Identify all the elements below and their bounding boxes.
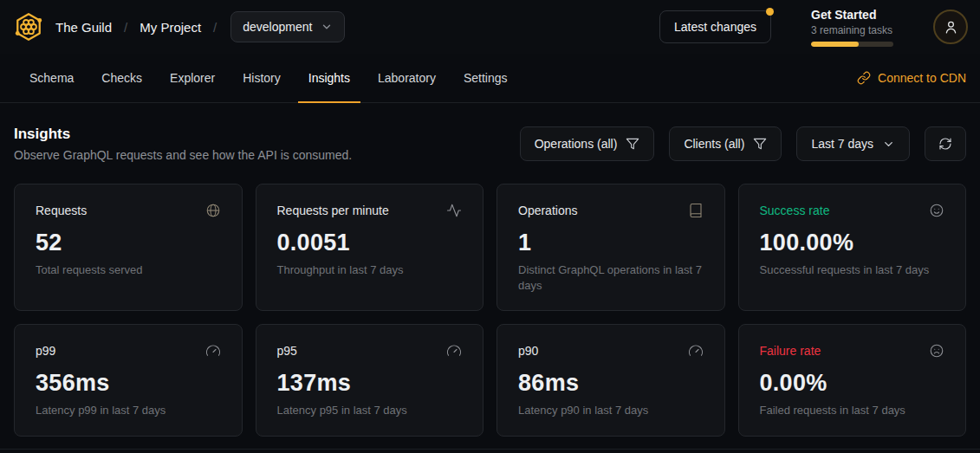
stat-value: 0.00% xyxy=(760,370,945,397)
page-subtitle: Observe GraphQL requests and see how the… xyxy=(14,148,352,162)
activity-icon xyxy=(446,203,462,218)
stat-value: 1 xyxy=(518,230,704,256)
stat-description: Latency p99 in last 7 days xyxy=(36,403,221,418)
stat-title: p95 xyxy=(277,344,297,358)
main-nav: Schema Checks Explorer History Insights … xyxy=(0,54,980,103)
date-range-dropdown[interactable]: Last 7 days xyxy=(796,126,910,161)
stat-card-p99: p99 356ms Latency p99 in last 7 days xyxy=(14,324,243,437)
refresh-icon xyxy=(938,137,952,151)
get-started-progress-bar xyxy=(811,42,893,47)
stat-title: Failure rate xyxy=(760,344,821,358)
hive-logo-icon[interactable] xyxy=(12,10,45,43)
breadcrumb: The Guild / My Project / xyxy=(55,20,217,35)
footer-divider xyxy=(0,449,980,453)
stat-title: p99 xyxy=(36,344,55,358)
stat-title: Operations xyxy=(518,204,577,217)
filter-funnel-icon xyxy=(753,137,767,151)
stat-title: Requests xyxy=(36,204,87,217)
tab-insights[interactable]: Insights xyxy=(298,54,360,103)
user-avatar[interactable] xyxy=(933,10,968,44)
stat-description: Latency p95 in last 7 days xyxy=(277,403,463,418)
stat-description: Successful requests in last 7 days xyxy=(760,262,945,278)
stat-description: Distinct GraphQL operations in last 7 da… xyxy=(518,262,704,293)
stat-card-operations: Operations 1 Distinct GraphQL operations… xyxy=(496,184,725,311)
operations-filter-label: Operations (all) xyxy=(535,137,618,151)
stat-description: Total requests served xyxy=(36,262,221,278)
clients-filter-label: Clients (all) xyxy=(684,137,744,151)
frown-icon xyxy=(929,343,944,359)
stat-value: 356ms xyxy=(36,370,221,397)
stats-grid: Requests 52 Total requests served Reques… xyxy=(14,184,966,437)
nav-tabs: Schema Checks Explorer History Insights … xyxy=(19,54,518,102)
gauge-icon xyxy=(688,343,704,359)
page-title: Insights xyxy=(14,126,352,143)
globe-icon xyxy=(205,203,221,218)
person-icon xyxy=(943,19,959,36)
stat-description: Failed requests in last 7 days xyxy=(760,403,945,418)
tab-schema[interactable]: Schema xyxy=(19,54,84,103)
date-range-value: Last 7 days xyxy=(811,137,873,151)
refresh-button[interactable] xyxy=(925,126,966,161)
insights-page: Insights Observe GraphQL requests and se… xyxy=(0,103,980,437)
stat-value: 100.00% xyxy=(760,230,945,256)
chevron-down-icon xyxy=(882,138,895,151)
stat-card-p95: p95 137ms Latency p95 in last 7 days xyxy=(256,324,484,437)
stat-title: Requests per minute xyxy=(277,204,389,217)
connect-to-cdn-link[interactable]: Connect to CDN xyxy=(857,54,966,102)
chevron-down-icon xyxy=(321,21,333,33)
link-icon xyxy=(857,71,871,85)
stat-value: 52 xyxy=(36,230,221,256)
breadcrumb-separator: / xyxy=(124,20,127,35)
get-started-title: Get Started xyxy=(811,8,893,22)
tab-explorer[interactable]: Explorer xyxy=(159,54,225,103)
stat-card-p90: p90 86ms Latency p90 in last 7 days xyxy=(496,324,725,437)
environment-dropdown-value: development xyxy=(243,20,312,34)
smile-icon xyxy=(929,203,944,218)
stat-card-failure-rate: Failure rate 0.00% Failed requests in la… xyxy=(738,324,967,437)
get-started-remaining-tasks: 3 remaining tasks xyxy=(811,24,893,36)
tab-checks[interactable]: Checks xyxy=(91,54,153,103)
breadcrumb-separator: / xyxy=(213,20,217,35)
stat-description: Latency p90 in last 7 days xyxy=(518,403,704,418)
filter-toolbar: Operations (all) Clients (all) Last 7 da… xyxy=(520,126,966,161)
gauge-icon xyxy=(205,343,221,359)
get-started-widget[interactable]: Get Started 3 remaining tasks xyxy=(811,8,893,47)
stat-value: 0.0051 xyxy=(277,230,463,256)
stat-card-requests: Requests 52 Total requests served xyxy=(14,184,243,311)
stat-title: p90 xyxy=(518,344,538,358)
latest-changes-button[interactable]: Latest changes xyxy=(659,10,771,43)
gauge-icon xyxy=(446,343,462,359)
stat-card-requests-per-minute: Requests per minute 0.0051 Throughput in… xyxy=(256,184,484,311)
environment-dropdown[interactable]: development xyxy=(230,11,345,42)
connect-to-cdn-label: Connect to CDN xyxy=(878,71,966,85)
breadcrumb-org[interactable]: The Guild xyxy=(55,20,112,35)
operations-filter-button[interactable]: Operations (all) xyxy=(520,126,655,161)
breadcrumb-project[interactable]: My Project xyxy=(140,20,201,35)
tab-laboratory[interactable]: Laboratory xyxy=(367,54,446,103)
page-header: Insights Observe GraphQL requests and se… xyxy=(14,126,352,162)
stat-title: Success rate xyxy=(760,204,830,217)
get-started-progress-fill xyxy=(811,42,859,47)
clients-filter-button[interactable]: Clients (all) xyxy=(669,126,782,161)
filter-funnel-icon xyxy=(626,137,639,151)
stat-card-success-rate: Success rate 100.00% Successful requests… xyxy=(738,184,967,311)
tab-history[interactable]: History xyxy=(232,54,291,103)
top-header: The Guild / My Project / development Lat… xyxy=(0,0,980,54)
stat-value: 137ms xyxy=(277,370,463,397)
latest-changes-label: Latest changes xyxy=(674,20,756,34)
stat-value: 86ms xyxy=(518,370,704,397)
book-icon xyxy=(688,203,704,218)
tab-settings[interactable]: Settings xyxy=(453,54,518,103)
stat-description: Throughput in last 7 days xyxy=(277,262,463,278)
notification-dot xyxy=(766,8,774,16)
